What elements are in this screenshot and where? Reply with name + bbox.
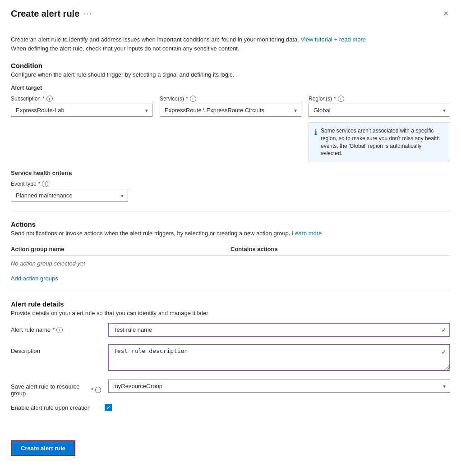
regions-info-icon[interactable]: i — [338, 96, 344, 102]
description-row: Description Test rule description ✓ — [11, 344, 450, 372]
subscription-select[interactable]: ExpressRoute-Lab — [11, 104, 152, 117]
resource-group-required: * — [91, 387, 93, 394]
subscription-info-icon[interactable]: i — [46, 96, 53, 102]
subscription-required: * — [42, 96, 45, 102]
alert-details-subtitle: Provide details on your alert rule so th… — [11, 310, 450, 316]
event-type-select[interactable]: Planned maintenance — [11, 189, 128, 202]
description-label: Description — [11, 344, 101, 354]
table-row: No action group selected yet — [11, 256, 450, 272]
description-textarea[interactable]: Test rule description — [108, 344, 450, 371]
add-action-groups-button[interactable]: Add action groups — [11, 275, 58, 282]
actions-table: Action group name Contains actions No ac… — [11, 243, 450, 271]
panel-options[interactable]: ··· — [83, 9, 92, 18]
event-type-info-icon[interactable]: i — [42, 181, 48, 187]
alert-name-check-icon: ✓ — [441, 326, 447, 334]
regions-select[interactable]: Global — [309, 104, 450, 117]
actions-subtitle: Send notifications or invoke actions whe… — [11, 230, 450, 237]
resource-group-info-icon[interactable]: i — [95, 387, 101, 393]
services-info-icon[interactable]: i — [190, 96, 196, 102]
condition-section-title: Condition — [11, 62, 450, 69]
resource-group-select[interactable]: myResourceGroup — [108, 380, 450, 393]
subscription-group: Subscription * i ExpressRoute-Lab ▼ — [11, 96, 152, 162]
enable-alert-label: Enable alert rule upon creation — [11, 404, 101, 411]
condition-subtitle: Configure when the alert rule should tri… — [11, 71, 450, 78]
alert-name-row: Alert rule name * i ✓ — [11, 323, 450, 337]
table-col-name: Action group name — [11, 243, 230, 256]
panel-footer: Create alert rule — [0, 433, 461, 463]
regions-label: Region(s) * i — [309, 96, 450, 102]
enable-alert-checkbox[interactable]: ✓ — [105, 404, 112, 411]
checkbox-check-icon: ✓ — [106, 405, 111, 411]
description-check-icon: ✓ — [441, 348, 447, 356]
empty-row-text: No action group selected yet — [11, 256, 450, 272]
info-circle-icon: ℹ — [314, 128, 317, 157]
resource-group-label: Save alert rule to resource group * i — [11, 380, 101, 397]
alert-details-title: Alert rule details — [11, 300, 450, 308]
alert-name-label: Alert rule name * i — [11, 323, 101, 333]
alert-target-label: Alert target — [11, 84, 450, 91]
panel-title: Create alert rule — [11, 9, 79, 19]
regions-info-box: ℹ Some services aren't associated with a… — [309, 122, 450, 162]
services-label: Service(s) * i — [160, 96, 301, 102]
regions-required: * — [334, 96, 336, 102]
enable-alert-row: Enable alert rule upon creation ✓ — [11, 404, 450, 411]
actions-section-title: Actions — [11, 220, 450, 228]
intro-text: Create an alert rule to identify and add… — [11, 35, 450, 53]
subscription-label: Subscription * i — [11, 96, 152, 102]
event-type-label: Event type * i — [11, 181, 128, 187]
resource-group-row: Save alert rule to resource group * i my… — [11, 380, 450, 397]
alert-name-info-icon[interactable]: i — [56, 327, 63, 333]
alert-name-required: * — [52, 326, 55, 333]
view-tutorial-link[interactable]: View tutorial + read more — [300, 36, 366, 43]
services-required: * — [186, 96, 188, 102]
services-select[interactable]: ExpressRoute \ ExpressRoute Circuits — [160, 104, 301, 117]
learn-more-link[interactable]: Learn more — [292, 230, 322, 237]
table-col-actions: Contains actions — [230, 243, 450, 256]
regions-group: Region(s) * i Global ▼ ℹ Some services a… — [309, 96, 450, 162]
close-button[interactable]: × — [442, 7, 450, 20]
create-alert-rule-button[interactable]: Create alert rule — [11, 440, 75, 456]
service-health-label: Service health criteria — [11, 169, 450, 176]
services-group: Service(s) * i ExpressRoute \ ExpressRou… — [160, 96, 301, 162]
event-type-required: * — [38, 181, 41, 187]
alert-name-input[interactable] — [108, 323, 450, 337]
